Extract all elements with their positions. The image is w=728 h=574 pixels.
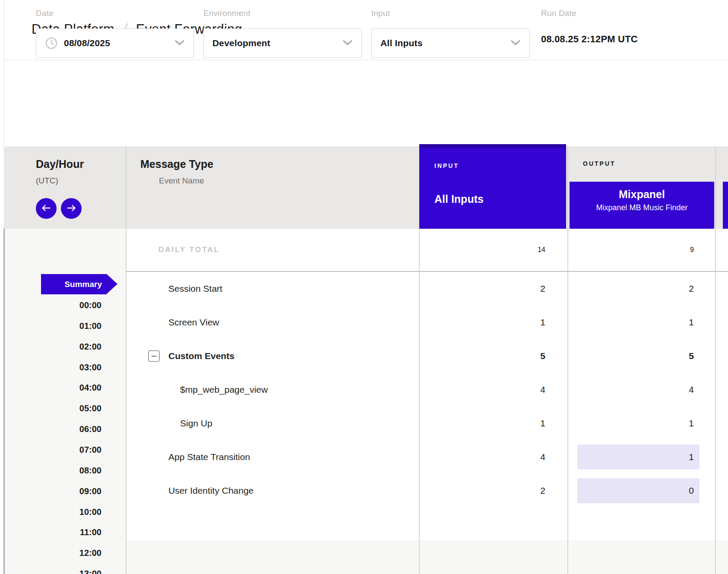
event-name-cell: $mp_web_page_view [126, 385, 419, 395]
output-count-cell: 4 [568, 385, 715, 395]
hour-label[interactable]: 08:00 [4, 460, 101, 481]
output-section-label: OUTPUT [583, 160, 616, 167]
previous-day-button[interactable] [36, 198, 57, 219]
hour-label[interactable]: 13:00 [4, 563, 101, 574]
next-output-column-sliver [723, 182, 728, 229]
table-row: Custom Events55 [126, 339, 728, 373]
clock-icon [45, 37, 58, 50]
arrow-left-icon [41, 205, 51, 213]
event-forwarding-screen: Data Platform / Event Forwarding Date 08… [0, 0, 728, 574]
timezone-label: (UTC) [36, 176, 58, 186]
input-count-cell: 1 [419, 317, 568, 328]
bottom-band [126, 540, 728, 574]
hour-label[interactable]: 12:00 [4, 542, 101, 563]
environment-filter-group: Environment Development [203, 9, 362, 58]
input-column-header[interactable]: INPUT All Inputs [419, 144, 566, 229]
daily-total-output-count: 9 [568, 246, 715, 254]
event-name-cell: Session Start [126, 284, 419, 294]
mixpanel-column-title: Mixpanel [570, 188, 714, 201]
event-name: User Identity Change [168, 486, 253, 495]
event-name-cell: Sign Up [126, 418, 419, 429]
input-count-cell: 5 [419, 351, 568, 361]
hour-label[interactable]: 10:00 [4, 501, 101, 522]
input-column-title: All Inputs [434, 193, 484, 205]
event-name-cell: App State Transition [126, 452, 419, 462]
table-row: Screen View11 [126, 306, 728, 339]
input-filter-label: Input [371, 9, 530, 18]
left-gutter-edge [3, 229, 5, 574]
chevron-down-icon [510, 39, 521, 47]
day-hour-title: Day/Hour [36, 158, 84, 170]
input-count-cell: 2 [419, 486, 568, 496]
event-name: App State Transition [168, 452, 250, 462]
run-date-label: Run Date [541, 9, 638, 18]
input-count-cell: 4 [419, 385, 568, 395]
daily-total-row: DAILY TOTAL 14 9 [126, 229, 728, 272]
date-filter-group: Date 08/08/2025 [36, 9, 194, 58]
daily-total-input-count: 14 [419, 246, 568, 254]
environment-value: Development [212, 38, 342, 48]
output-count-cell: 2 [568, 284, 715, 294]
mixpanel-column-subtitle: Mixpanel MB Music Finder [570, 203, 714, 212]
hour-label[interactable]: 04:00 [4, 377, 101, 398]
event-name: Custom Events [168, 351, 234, 361]
output-count-cell: 1 [568, 317, 715, 328]
chevron-down-icon [174, 39, 185, 47]
table-row: Sign Up11 [126, 407, 728, 440]
arrow-right-icon [66, 205, 76, 213]
input-filter-group: Input All Inputs [371, 9, 530, 58]
summary-row-badge[interactable]: Summary [41, 274, 107, 294]
table-row: User Identity Change20 [126, 474, 728, 508]
run-date-value: 08.08.25 2:12PM UTC [541, 34, 638, 45]
hour-label[interactable]: 00:00 [4, 295, 101, 315]
event-name: $mp_web_page_view [180, 385, 268, 394]
event-name: Sign Up [180, 418, 212, 428]
event-name-cell: User Identity Change [126, 486, 419, 496]
date-value: 08/08/2025 [64, 38, 174, 48]
event-name-cell: Screen View [126, 317, 419, 328]
daily-total-label: DAILY TOTAL [126, 246, 419, 254]
hour-label[interactable]: 01:00 [4, 315, 101, 336]
input-section-label: INPUT [434, 162, 459, 169]
event-name: Session Start [168, 284, 222, 293]
hour-label[interactable]: 11:00 [4, 522, 101, 542]
hour-label[interactable]: 03:00 [4, 357, 101, 378]
event-name-cell: Custom Events [126, 351, 419, 361]
summary-label: Summary [64, 280, 102, 289]
chevron-down-icon [342, 39, 353, 47]
next-day-button[interactable] [61, 198, 82, 219]
hour-label[interactable]: 06:00 [4, 419, 101, 439]
input-count-cell: 2 [419, 284, 568, 294]
date-dropdown[interactable]: 08/08/2025 [36, 28, 194, 58]
date-filter-label: Date [36, 9, 194, 18]
highlighted-count: 1 [577, 445, 700, 470]
output-count-cell: 5 [568, 351, 715, 361]
table-row: App State Transition41 [126, 440, 728, 474]
input-count-cell: 1 [419, 418, 568, 429]
environment-filter-label: Environment [203, 9, 362, 18]
hour-label[interactable]: 07:00 [4, 439, 101, 460]
hour-label[interactable]: 09:00 [4, 481, 101, 501]
table-row: Session Start22 [126, 272, 728, 306]
environment-dropdown[interactable]: Development [203, 28, 362, 58]
minus-glyph [152, 356, 157, 356]
mixpanel-column-header[interactable]: Mixpanel Mixpanel MB Music Finder [570, 182, 714, 229]
message-type-header: Message Type [140, 158, 213, 170]
run-date-group: Run Date 08.08.25 2:12PM UTC [541, 9, 638, 45]
event-name-header: Event Name [159, 176, 204, 186]
hour-label[interactable]: 05:00 [4, 398, 101, 419]
collapse-icon[interactable] [148, 350, 160, 362]
hour-label[interactable]: 02:00 [4, 336, 101, 357]
input-count-cell: 4 [419, 452, 568, 462]
input-dropdown[interactable]: All Inputs [371, 28, 530, 58]
highlighted-count: 0 [577, 478, 700, 503]
event-rows: Session Start22Screen View11Custom Event… [126, 272, 728, 508]
input-value: All Inputs [380, 38, 510, 48]
event-name: Screen View [168, 317, 219, 327]
output-count-cell: 1 [568, 418, 715, 429]
table-row: $mp_web_page_view44 [126, 373, 728, 407]
filter-bar [4, 60, 728, 146]
